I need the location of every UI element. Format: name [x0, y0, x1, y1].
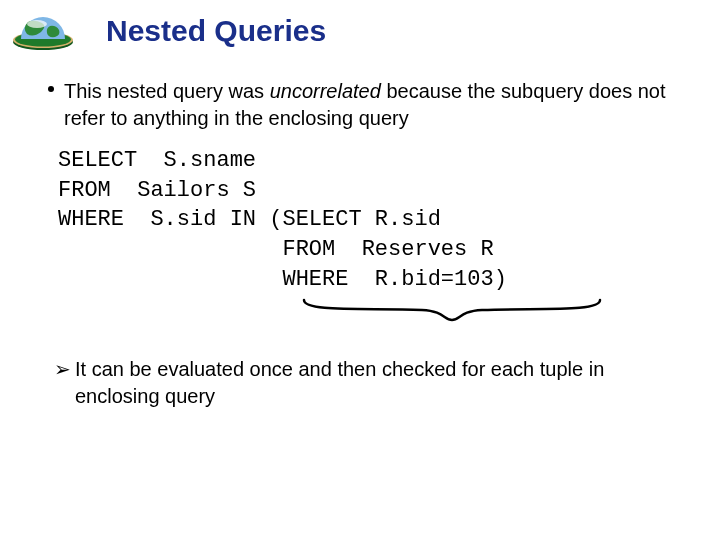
bullet-text-em: uncorrelated — [270, 80, 381, 102]
code-line: WHERE R.bid=103) — [58, 267, 507, 292]
bullet-text-pre: This nested query was — [64, 80, 270, 102]
curly-brace-icon — [302, 298, 602, 324]
bullet-text: This nested query was uncorrelated becau… — [64, 78, 680, 132]
arrowhead-icon: ➢ — [54, 356, 71, 383]
globe-disc-icon — [8, 8, 78, 52]
sql-code-block: SELECT S.sname FROM Sailors S WHERE S.si… — [58, 146, 680, 294]
code-line: WHERE S.sid IN (SELECT R.sid — [58, 207, 441, 232]
note-item: ➢ It can be evaluated once and then chec… — [54, 356, 680, 410]
slide-title: Nested Queries — [106, 14, 680, 48]
note-text: It can be evaluated once and then checke… — [75, 356, 680, 410]
slide: Nested Queries This nested query was unc… — [0, 0, 720, 540]
code-line: SELECT S.sname — [58, 148, 256, 173]
bullet-dot-icon — [48, 86, 54, 92]
bullet-item: This nested query was uncorrelated becau… — [48, 78, 680, 132]
code-line: FROM Reserves R — [58, 237, 494, 262]
code-line: FROM Sailors S — [58, 178, 256, 203]
svg-point-5 — [27, 20, 47, 28]
